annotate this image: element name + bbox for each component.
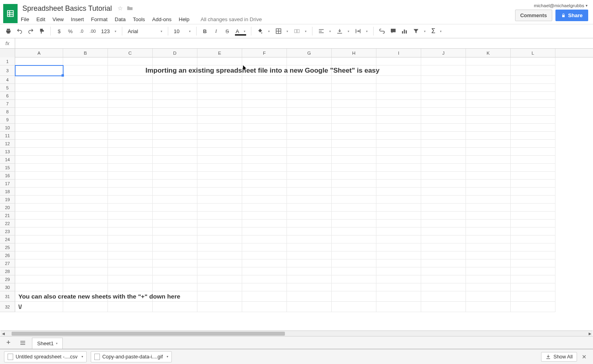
cell[interactable] [242,275,287,283]
scroll-left-icon[interactable]: ◀ [0,331,6,336]
cell[interactable] [466,212,511,220]
cell[interactable] [466,65,511,76]
cell[interactable] [63,204,108,212]
cell[interactable] [421,156,466,164]
cell[interactable] [421,108,466,116]
cell[interactable] [511,76,555,84]
cell[interactable] [421,148,466,156]
row-header[interactable]: 18 [0,188,15,196]
all-sheets-button[interactable] [18,338,28,348]
cell[interactable] [421,188,466,196]
cell[interactable] [197,220,242,228]
percent-button[interactable]: % [65,26,76,36]
number-format-dropdown[interactable]: 123▾ [99,26,119,36]
cell[interactable] [108,132,153,140]
cell[interactable] [153,172,197,180]
cell[interactable] [332,180,376,188]
cell[interactable] [511,302,555,312]
cell[interactable] [15,204,63,212]
cell[interactable] [153,196,197,204]
cell[interactable] [153,156,197,164]
cell[interactable] [63,302,108,312]
cell[interactable] [421,172,466,180]
column-header-f[interactable]: F [242,49,287,57]
cell[interactable] [197,116,242,124]
cell[interactable] [197,196,242,204]
column-header-a[interactable]: A [15,49,63,57]
cell[interactable] [287,132,332,140]
cell[interactable] [511,156,555,164]
cell[interactable] [108,156,153,164]
cell[interactable] [421,243,466,251]
cell[interactable] [242,164,287,172]
cell[interactable] [242,228,287,235]
cell[interactable] [15,92,63,100]
cell[interactable] [511,57,555,65]
cell[interactable] [376,251,421,259]
cell[interactable] [466,132,511,140]
cell[interactable] [466,302,511,312]
row-header[interactable]: 11 [0,132,15,140]
cell[interactable] [421,302,466,312]
scroll-thumb[interactable] [12,332,285,336]
cell[interactable] [287,84,332,92]
cell[interactable] [63,100,108,108]
sheets-app-icon[interactable] [3,4,18,23]
cell[interactable] [421,275,466,283]
cell[interactable] [15,251,63,259]
cell[interactable] [332,220,376,228]
cell[interactable] [421,57,466,65]
undo-button[interactable] [14,26,25,36]
cell[interactable] [15,132,63,140]
cell[interactable] [15,116,63,124]
download-item[interactable]: Copy-and-paste-data-i....gif ▾ [91,351,172,362]
cell[interactable] [153,100,197,108]
cell[interactable] [197,275,242,283]
cell[interactable] [197,100,242,108]
cell[interactable] [63,76,108,84]
cell[interactable] [63,220,108,228]
cell[interactable] [421,140,466,148]
cell[interactable] [376,291,421,302]
cell[interactable] [287,140,332,148]
cell[interactable] [242,76,287,84]
cell[interactable] [421,291,466,302]
cell[interactable] [15,275,63,283]
cell[interactable] [15,283,63,291]
row-header[interactable]: 9 [0,116,15,124]
cell[interactable] [466,180,511,188]
cell[interactable] [108,228,153,235]
cell[interactable] [287,57,332,65]
cell[interactable] [15,220,63,228]
cell[interactable] [376,108,421,116]
cell[interactable] [242,132,287,140]
cell[interactable] [108,235,153,243]
cell[interactable] [466,235,511,243]
cell[interactable] [242,235,287,243]
cell[interactable] [287,228,332,235]
cell[interactable] [376,100,421,108]
sheet-tab[interactable]: Sheet1 ▾ [32,338,63,349]
cell[interactable] [466,172,511,180]
cell[interactable] [242,148,287,156]
row-header[interactable]: 21 [0,212,15,220]
cell[interactable] [511,251,555,259]
cell[interactable] [197,172,242,180]
cell[interactable] [197,291,242,302]
cell[interactable] [332,291,376,302]
cell[interactable] [242,100,287,108]
cell[interactable] [376,140,421,148]
cell[interactable] [242,124,287,132]
cell[interactable] [63,108,108,116]
cell[interactable] [197,132,242,140]
cell[interactable] [153,259,197,267]
row-header[interactable]: 22 [0,220,15,228]
cell[interactable] [197,140,242,148]
cell[interactable] [15,100,63,108]
cell[interactable] [15,84,63,92]
cell[interactable] [197,108,242,116]
cell[interactable] [63,172,108,180]
cell[interactable] [511,148,555,156]
cell[interactable] [242,172,287,180]
cell[interactable] [421,251,466,259]
